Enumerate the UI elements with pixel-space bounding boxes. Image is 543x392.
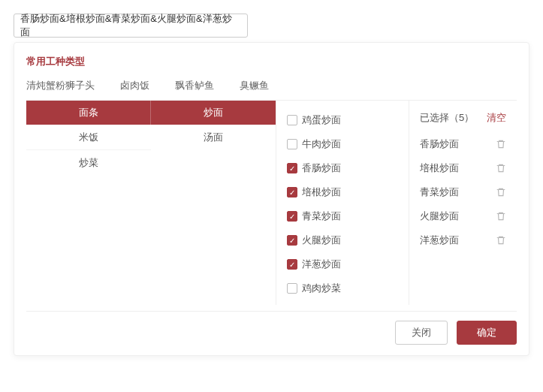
checkbox-icon[interactable]: ✓ xyxy=(287,187,297,198)
option-label: 鸡蛋炒面 xyxy=(302,113,341,127)
sub-tabs: 清炖蟹粉狮子头 卤肉饭 飘香鲈鱼 臭鳜鱼 xyxy=(26,79,517,92)
column-category-2: 炒面 汤面 xyxy=(151,101,276,305)
subtab-1[interactable]: 卤肉饭 xyxy=(120,79,149,92)
selected-item-label: 香肠炒面 xyxy=(420,137,459,151)
option-row[interactable]: 牛肉炒面 xyxy=(287,132,398,156)
selected-item: 洋葱炒面 xyxy=(420,228,506,252)
column-2-item[interactable]: 汤面 xyxy=(151,125,276,150)
selected-item: 青菜炒面 xyxy=(420,180,506,204)
main-tabs: 常用工种类型 xyxy=(26,55,517,71)
selected-panel: 已选择（5） 清空 香肠炒面培根炒面青菜炒面火腿炒面洋葱炒面 xyxy=(409,101,517,305)
option-row[interactable]: ✓香肠炒面 xyxy=(287,156,398,180)
checkbox-icon[interactable]: ✓ xyxy=(287,235,297,246)
footer: 关闭 确定 xyxy=(26,311,517,345)
checkbox-icon[interactable] xyxy=(287,115,297,125)
option-row[interactable]: ✓洋葱炒面 xyxy=(287,252,398,276)
trash-icon[interactable] xyxy=(496,187,506,198)
option-row[interactable]: 鸡肉炒菜 xyxy=(287,276,398,300)
option-label: 青菜炒面 xyxy=(302,210,341,223)
column-1-header: 面条 xyxy=(26,101,151,125)
trash-icon[interactable] xyxy=(496,163,506,173)
tab-common-types[interactable]: 常用工种类型 xyxy=(26,55,85,71)
trash-icon[interactable] xyxy=(496,139,506,149)
close-button[interactable]: 关闭 xyxy=(395,321,448,345)
option-row[interactable]: 鸡蛋炒面 xyxy=(287,108,398,132)
selected-item-label: 培根炒面 xyxy=(420,161,459,175)
option-row[interactable]: ✓培根炒面 xyxy=(287,180,398,204)
checkbox-icon[interactable]: ✓ xyxy=(287,259,297,270)
checkbox-icon[interactable] xyxy=(287,139,297,149)
option-row[interactable]: ✓火腿炒面 xyxy=(287,228,398,252)
column-2-header: 炒面 xyxy=(151,101,276,125)
checkbox-icon[interactable]: ✓ xyxy=(287,163,297,173)
subtab-2[interactable]: 飘香鲈鱼 xyxy=(175,79,214,92)
selected-title: 已选择（5） xyxy=(420,111,474,125)
summary-input[interactable]: 香肠炒面&培根炒面&青菜炒面&火腿炒面&洋葱炒面 xyxy=(14,14,248,38)
column-1-item[interactable]: 炒菜 xyxy=(26,150,151,176)
option-label: 洋葱炒面 xyxy=(302,258,341,271)
options-list[interactable]: 鸡蛋炒面牛肉炒面✓香肠炒面✓培根炒面✓青菜炒面✓火腿炒面✓洋葱炒面鸡肉炒菜 xyxy=(276,101,409,305)
content-area: 面条 米饭 炒菜 炒面 汤面 鸡蛋炒面牛肉炒面✓香肠炒面✓培根炒面✓青菜炒面✓火… xyxy=(26,100,517,305)
trash-icon[interactable] xyxy=(496,211,506,222)
selected-item-label: 青菜炒面 xyxy=(420,185,459,199)
summary-input-text: 香肠炒面&培根炒面&青菜炒面&火腿炒面&洋葱炒面 xyxy=(20,12,241,39)
subtab-3[interactable]: 臭鳜鱼 xyxy=(240,79,269,92)
trash-icon[interactable] xyxy=(496,235,506,246)
selected-item: 香肠炒面 xyxy=(420,132,506,156)
selected-item: 培根炒面 xyxy=(420,156,506,180)
checkbox-icon[interactable]: ✓ xyxy=(287,211,297,222)
selected-item: 火腿炒面 xyxy=(420,204,506,228)
ok-button[interactable]: 确定 xyxy=(457,321,517,345)
subtab-0[interactable]: 清炖蟹粉狮子头 xyxy=(26,79,95,92)
selected-item-label: 火腿炒面 xyxy=(420,210,459,223)
column-1-item[interactable]: 米饭 xyxy=(26,125,151,150)
clear-button[interactable]: 清空 xyxy=(487,111,506,125)
option-label: 香肠炒面 xyxy=(302,161,341,175)
option-label: 鸡肉炒菜 xyxy=(302,282,341,295)
option-row[interactable]: ✓青菜炒面 xyxy=(287,204,398,228)
option-label: 火腿炒面 xyxy=(302,234,341,247)
selector-panel: 常用工种类型 清炖蟹粉狮子头 卤肉饭 飘香鲈鱼 臭鳜鱼 面条 米饭 炒菜 炒面 … xyxy=(14,42,529,356)
option-label: 牛肉炒面 xyxy=(302,137,341,151)
selected-item-label: 洋葱炒面 xyxy=(420,234,459,247)
option-label: 培根炒面 xyxy=(302,185,341,199)
column-category-1: 面条 米饭 炒菜 xyxy=(26,101,151,305)
checkbox-icon[interactable] xyxy=(287,283,297,294)
